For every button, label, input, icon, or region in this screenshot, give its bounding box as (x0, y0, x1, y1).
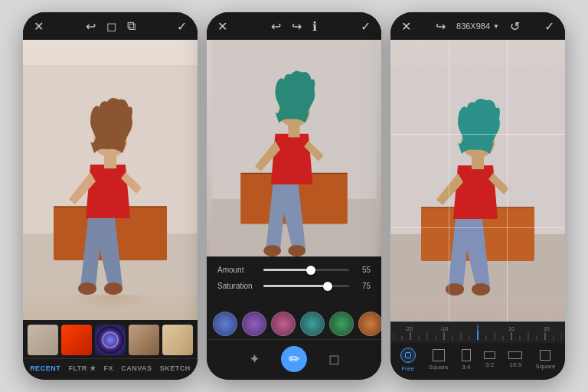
tab-canvas[interactable]: CANVAS (118, 363, 155, 374)
info-icon-2[interactable]: ℹ (312, 19, 317, 34)
filter-dodge[interactable] (162, 325, 193, 355)
redo-icon-2[interactable]: ↪ (292, 19, 302, 34)
dimension-label[interactable]: 836X984 ▼ (456, 21, 499, 31)
tab-fltr[interactable]: FLTR ★ (65, 363, 99, 374)
tab-recent[interactable]: RECENT (27, 363, 64, 374)
ratio-34-icon (462, 349, 471, 361)
photo-area-3 (390, 40, 565, 322)
tab-fx[interactable]: FX (100, 363, 116, 374)
amount-track[interactable] (263, 269, 349, 271)
ratio-square-icon (433, 349, 445, 361)
saturation-track[interactable] (263, 285, 349, 287)
ratio-169-icon (508, 351, 522, 359)
saturation-slider-row: Saturation 75 (217, 282, 371, 290)
ratio-square2-label: Square (536, 363, 556, 370)
erase-icon[interactable]: ◻ (106, 19, 116, 34)
svg-point-19 (288, 245, 305, 256)
svg-point-18 (263, 245, 281, 256)
ruler-center (478, 325, 479, 340)
svg-text:10: 10 (508, 326, 514, 332)
toolbar-2: ✕ ↩ ↪ ℹ ✓ (207, 12, 381, 40)
bottom-section-2: Amount 55 Saturation 75 (207, 256, 381, 380)
saturation-thumb[interactable] (323, 282, 332, 291)
ratio-34[interactable]: 3:4 (462, 349, 471, 371)
filter-saturation[interactable] (61, 325, 92, 355)
photo-area-2 (207, 40, 381, 256)
amount-label: Amount (217, 266, 257, 274)
phone-2: ✕ ↩ ↪ ℹ ✓ (207, 12, 381, 380)
amount-thumb[interactable] (306, 266, 315, 275)
photo-svg-1 (23, 40, 198, 320)
photo-svg-2 (207, 40, 381, 256)
saturation-value: 75 (355, 282, 371, 290)
close-icon[interactable]: ✕ (34, 19, 44, 34)
ratio-square2[interactable]: Square (536, 350, 556, 370)
crop-ratio-row: Free Square 3:4 3:2 16:9 Square (390, 343, 565, 380)
amount-slider-row: Amount 55 (217, 266, 371, 274)
saturation-label: Saturation (217, 282, 257, 290)
redo-icon-3[interactable]: ↪ (436, 19, 446, 34)
close-icon-2[interactable]: ✕ (217, 19, 227, 34)
ratio-free-label: Free (401, 365, 413, 372)
ratio-square[interactable]: Square (429, 349, 449, 371)
filter-vns[interactable] (129, 325, 159, 355)
copy-icon[interactable]: ⧉ (127, 19, 136, 33)
svg-point-28 (472, 283, 490, 296)
color-filter-orange[interactable] (358, 312, 381, 336)
ratio-free[interactable]: Free (400, 348, 416, 372)
undo-icon[interactable]: ↩ (86, 19, 96, 34)
amount-fill (263, 269, 311, 271)
toolbar-1: ✕ ↩ ◻ ⧉ ✓ (23, 12, 198, 40)
ratio-32-label: 3:2 (485, 361, 494, 368)
ratio-169-label: 16:9 (510, 361, 522, 368)
filter-galaxy[interactable] (95, 325, 126, 355)
color-filter-blue[interactable] (213, 312, 237, 336)
tab-sketch[interactable]: SKETCH (157, 363, 194, 374)
check-icon[interactable]: ✓ (177, 19, 187, 34)
phone-3: ✕ ↪ 836X984 ▼ ↺ ✓ (390, 12, 565, 380)
ratio-34-label: 3:4 (462, 364, 470, 371)
ratio-32[interactable]: 3:2 (484, 351, 495, 368)
toolbar-3: ✕ ↪ 836X984 ▼ ↺ ✓ (390, 12, 565, 40)
erase-tool[interactable]: ◻ (321, 346, 347, 372)
svg-point-7 (78, 283, 96, 295)
tool-icons-row: ✦ ✏ ◻ (207, 339, 381, 380)
ratio-square2-icon (540, 350, 550, 361)
photo-canvas-2 (207, 40, 381, 256)
refresh-icon-3[interactable]: ↺ (510, 19, 520, 34)
svg-point-27 (446, 283, 464, 296)
saturation-fill (263, 285, 328, 287)
check-icon-2[interactable]: ✓ (361, 19, 371, 34)
svg-text:20: 20 (544, 326, 550, 332)
brush-tool[interactable]: ✏ (281, 346, 307, 372)
amount-value: 55 (355, 266, 371, 274)
slider-area: Amount 55 Saturation 75 (207, 256, 381, 307)
sparkle-tool[interactable]: ✦ (241, 346, 267, 372)
photo-canvas-1 (23, 40, 198, 320)
svg-text:-10: -10 (440, 326, 448, 332)
ratio-32-icon (484, 351, 495, 359)
check-icon-3[interactable]: ✓ (544, 19, 554, 34)
svg-point-8 (104, 283, 122, 295)
nav-tabs-1: RECENT FLTR ★ FX CANVAS SKETCH (23, 358, 198, 380)
svg-point-9 (96, 326, 124, 354)
close-icon-3[interactable]: ✕ (401, 19, 411, 34)
bottom-section-1: RECENT FLTR ★ FX CANVAS SKETCH (23, 320, 198, 380)
color-filter-green[interactable] (329, 312, 354, 336)
photo-area-1 (23, 40, 198, 320)
undo-icon-2[interactable]: ↩ (271, 19, 281, 34)
color-filter-purple[interactable] (242, 312, 266, 336)
color-filter-row (207, 307, 381, 339)
ratio-square-label: Square (429, 364, 449, 371)
ratio-169[interactable]: 16:9 (508, 351, 522, 368)
crop-ruler[interactable]: -20 -10 10 20 (390, 322, 565, 343)
filter-none[interactable] (28, 325, 58, 355)
phone-1: ✕ ↩ ◻ ⧉ ✓ (23, 12, 198, 380)
photo-svg-3 (390, 40, 565, 322)
svg-text:-20: -20 (405, 326, 413, 332)
filter-row (23, 320, 198, 358)
color-filter-pink[interactable] (271, 312, 296, 336)
color-filter-teal[interactable] (300, 312, 325, 336)
